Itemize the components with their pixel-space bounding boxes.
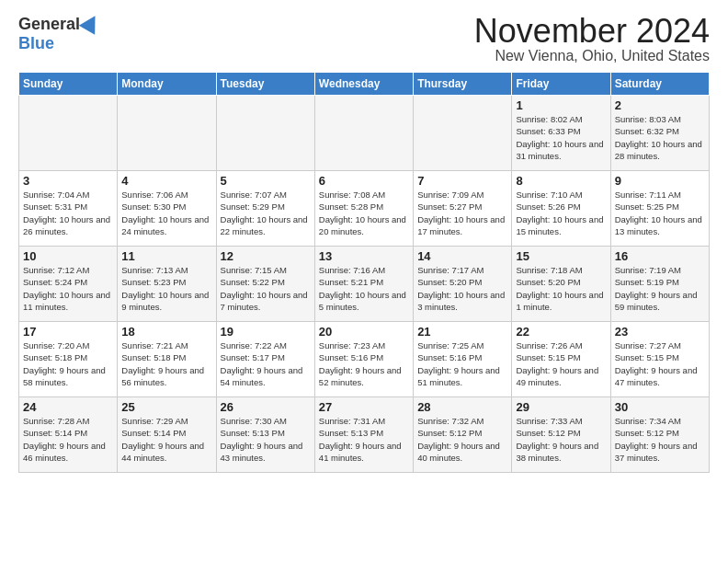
logo-blue-text: Blue [18, 34, 54, 53]
day-info: Sunrise: 7:17 AM Sunset: 5:20 PM Dayligh… [417, 264, 507, 313]
day-info: Sunrise: 7:33 AM Sunset: 5:12 PM Dayligh… [516, 415, 606, 464]
calendar-cell: 5Sunrise: 7:07 AM Sunset: 5:29 PM Daylig… [216, 171, 314, 247]
day-number: 25 [121, 400, 211, 414]
calendar-cell [118, 96, 216, 171]
col-header-wednesday: Wednesday [314, 73, 413, 96]
calendar-cell: 14Sunrise: 7:17 AM Sunset: 5:20 PM Dayli… [414, 247, 512, 322]
day-info: Sunrise: 7:34 AM Sunset: 5:12 PM Dayligh… [615, 415, 705, 464]
calendar: SundayMondayTuesdayWednesdayThursdayFrid… [18, 72, 710, 473]
day-info: Sunrise: 8:02 AM Sunset: 6:33 PM Dayligh… [516, 113, 606, 162]
day-info: Sunrise: 7:28 AM Sunset: 5:14 PM Dayligh… [23, 415, 113, 464]
location: New Vienna, Ohio, United States [474, 48, 710, 64]
calendar-cell: 28Sunrise: 7:32 AM Sunset: 5:12 PM Dayli… [414, 397, 512, 473]
calendar-week-row: 10Sunrise: 7:12 AM Sunset: 5:24 PM Dayli… [19, 247, 710, 322]
calendar-cell: 27Sunrise: 7:31 AM Sunset: 5:13 PM Dayli… [314, 397, 413, 473]
calendar-week-row: 3Sunrise: 7:04 AM Sunset: 5:31 PM Daylig… [19, 171, 710, 247]
calendar-week-row: 17Sunrise: 7:20 AM Sunset: 5:18 PM Dayli… [19, 322, 710, 397]
day-number: 20 [319, 325, 409, 339]
day-info: Sunrise: 7:25 AM Sunset: 5:16 PM Dayligh… [417, 339, 507, 388]
col-header-friday: Friday [512, 73, 610, 96]
day-info: Sunrise: 7:29 AM Sunset: 5:14 PM Dayligh… [121, 415, 211, 464]
logo-triangle-icon [79, 11, 103, 35]
calendar-cell: 18Sunrise: 7:21 AM Sunset: 5:18 PM Dayli… [118, 322, 216, 397]
day-number: 29 [516, 400, 606, 414]
day-info: Sunrise: 7:11 AM Sunset: 5:25 PM Dayligh… [615, 189, 705, 237]
logo: General Blue [18, 15, 100, 53]
day-info: Sunrise: 7:23 AM Sunset: 5:16 PM Dayligh… [319, 339, 409, 388]
month-title: November 2024 [474, 15, 710, 48]
calendar-cell: 4Sunrise: 7:06 AM Sunset: 5:30 PM Daylig… [118, 171, 216, 247]
title-block: November 2024 New Vienna, Ohio, United S… [474, 15, 710, 64]
day-info: Sunrise: 7:13 AM Sunset: 5:23 PM Dayligh… [121, 264, 211, 313]
calendar-cell [19, 96, 118, 171]
day-number: 11 [121, 249, 211, 263]
calendar-cell: 22Sunrise: 7:26 AM Sunset: 5:15 PM Dayli… [512, 322, 610, 397]
day-number: 16 [615, 249, 705, 263]
page: General Blue November 2024 New Vienna, O… [0, 0, 728, 563]
day-info: Sunrise: 7:22 AM Sunset: 5:17 PM Dayligh… [221, 339, 311, 388]
calendar-cell: 1Sunrise: 8:02 AM Sunset: 6:33 PM Daylig… [512, 96, 610, 171]
day-number: 21 [417, 325, 507, 339]
day-info: Sunrise: 7:26 AM Sunset: 5:15 PM Dayligh… [516, 339, 606, 388]
day-number: 24 [23, 400, 113, 414]
day-number: 17 [23, 325, 113, 339]
day-info: Sunrise: 7:18 AM Sunset: 5:20 PM Dayligh… [516, 264, 606, 313]
day-number: 13 [319, 249, 409, 263]
day-number: 14 [417, 249, 507, 263]
calendar-cell: 30Sunrise: 7:34 AM Sunset: 5:12 PM Dayli… [610, 397, 709, 473]
day-number: 12 [221, 249, 311, 263]
day-number: 28 [417, 400, 507, 414]
day-number: 3 [23, 174, 113, 188]
col-header-tuesday: Tuesday [216, 73, 314, 96]
calendar-cell: 24Sunrise: 7:28 AM Sunset: 5:14 PM Dayli… [19, 397, 118, 473]
day-info: Sunrise: 7:21 AM Sunset: 5:18 PM Dayligh… [121, 339, 211, 388]
col-header-monday: Monday [118, 73, 216, 96]
calendar-cell: 19Sunrise: 7:22 AM Sunset: 5:17 PM Dayli… [216, 322, 314, 397]
calendar-cell: 7Sunrise: 7:09 AM Sunset: 5:27 PM Daylig… [414, 171, 512, 247]
day-info: Sunrise: 7:07 AM Sunset: 5:29 PM Dayligh… [221, 189, 311, 237]
day-number: 4 [121, 174, 211, 188]
day-number: 27 [319, 400, 409, 414]
day-number: 8 [516, 174, 606, 188]
calendar-cell: 6Sunrise: 7:08 AM Sunset: 5:28 PM Daylig… [314, 171, 413, 247]
calendar-week-row: 24Sunrise: 7:28 AM Sunset: 5:14 PM Dayli… [19, 397, 710, 473]
calendar-cell [216, 96, 314, 171]
day-number: 15 [516, 249, 606, 263]
calendar-cell: 13Sunrise: 7:16 AM Sunset: 5:21 PM Dayli… [314, 247, 413, 322]
day-number: 18 [121, 325, 211, 339]
calendar-cell: 29Sunrise: 7:33 AM Sunset: 5:12 PM Dayli… [512, 397, 610, 473]
calendar-cell: 11Sunrise: 7:13 AM Sunset: 5:23 PM Dayli… [118, 247, 216, 322]
calendar-header-row: SundayMondayTuesdayWednesdayThursdayFrid… [19, 73, 710, 96]
day-info: Sunrise: 7:16 AM Sunset: 5:21 PM Dayligh… [319, 264, 409, 313]
calendar-cell: 21Sunrise: 7:25 AM Sunset: 5:16 PM Dayli… [414, 322, 512, 397]
calendar-cell [314, 96, 413, 171]
calendar-cell: 26Sunrise: 7:30 AM Sunset: 5:13 PM Dayli… [216, 397, 314, 473]
calendar-cell: 23Sunrise: 7:27 AM Sunset: 5:15 PM Dayli… [610, 322, 709, 397]
logo-general-text: General [18, 15, 80, 34]
day-info: Sunrise: 7:32 AM Sunset: 5:12 PM Dayligh… [417, 415, 507, 464]
day-info: Sunrise: 7:09 AM Sunset: 5:27 PM Dayligh… [417, 189, 507, 237]
day-number: 2 [615, 98, 705, 112]
calendar-cell: 10Sunrise: 7:12 AM Sunset: 5:24 PM Dayli… [19, 247, 118, 322]
calendar-cell: 25Sunrise: 7:29 AM Sunset: 5:14 PM Dayli… [118, 397, 216, 473]
day-number: 23 [615, 325, 705, 339]
day-number: 19 [221, 325, 311, 339]
day-number: 22 [516, 325, 606, 339]
day-info: Sunrise: 7:30 AM Sunset: 5:13 PM Dayligh… [221, 415, 311, 464]
day-info: Sunrise: 8:03 AM Sunset: 6:32 PM Dayligh… [615, 113, 705, 162]
day-info: Sunrise: 7:19 AM Sunset: 5:19 PM Dayligh… [615, 264, 705, 313]
calendar-cell: 20Sunrise: 7:23 AM Sunset: 5:16 PM Dayli… [314, 322, 413, 397]
col-header-thursday: Thursday [414, 73, 512, 96]
col-header-sunday: Sunday [19, 73, 118, 96]
day-info: Sunrise: 7:31 AM Sunset: 5:13 PM Dayligh… [319, 415, 409, 464]
calendar-cell: 9Sunrise: 7:11 AM Sunset: 5:25 PM Daylig… [610, 171, 709, 247]
calendar-cell [414, 96, 512, 171]
calendar-cell: 15Sunrise: 7:18 AM Sunset: 5:20 PM Dayli… [512, 247, 610, 322]
day-info: Sunrise: 7:20 AM Sunset: 5:18 PM Dayligh… [23, 339, 113, 388]
day-number: 9 [615, 174, 705, 188]
day-number: 26 [221, 400, 311, 414]
day-number: 6 [319, 174, 409, 188]
day-info: Sunrise: 7:04 AM Sunset: 5:31 PM Dayligh… [23, 189, 113, 237]
col-header-saturday: Saturday [610, 73, 709, 96]
day-info: Sunrise: 7:10 AM Sunset: 5:26 PM Dayligh… [516, 189, 606, 237]
